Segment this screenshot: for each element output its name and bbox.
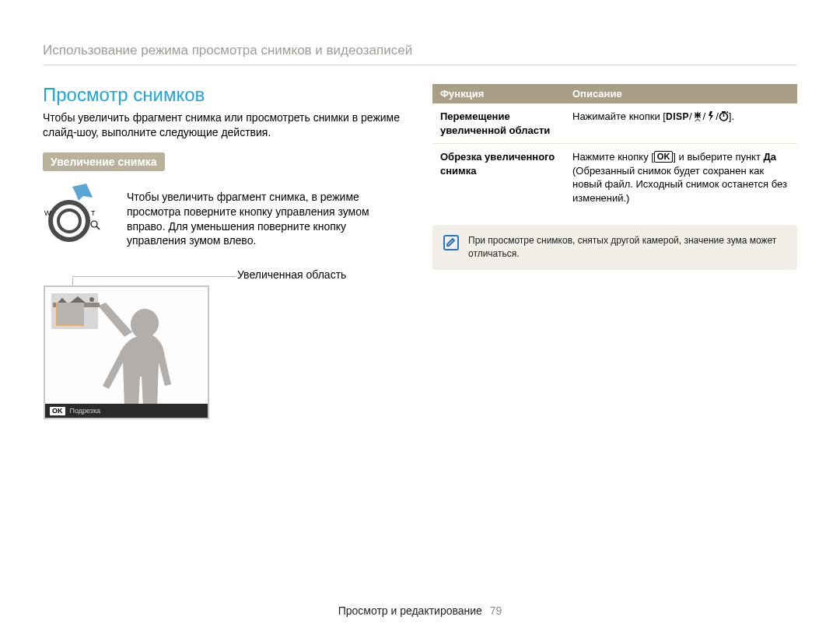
cell-desc-crop: Нажмите кнопку [OK] и выберите пункт Да …: [565, 144, 797, 212]
table-row: Перемещение увеличенной области Нажимайт…: [432, 103, 797, 144]
intro-paragraph: Чтобы увеличить фрагмент снимка или прос…: [43, 110, 408, 140]
crop-mid: ] и выберите пункт: [673, 151, 763, 163]
zoom-instruction-text: Чтобы увеличить фрагмент снимка, в режим…: [127, 184, 408, 249]
subsection-heading: Увеличение снимка: [43, 152, 165, 171]
svg-line-3: [96, 226, 100, 229]
thumbnail-highlight-rect: [56, 303, 84, 326]
breadcrumb: Использование режима просмотра снимков и…: [43, 43, 797, 65]
crop-pre: Нажмите кнопку [: [572, 151, 654, 163]
zoom-dial-icon: W T: [43, 184, 116, 243]
note-text: При просмотре снимков, снятых другой кам…: [468, 234, 788, 261]
note-callout: При просмотре снимков, снятых другой кам…: [432, 225, 797, 270]
cell-function-move: Перемещение увеличенной области: [432, 103, 565, 144]
crop-tail: (Обрезанный снимок будет сохранен как но…: [572, 165, 787, 204]
two-column-layout: Просмотр снимков Чтобы увеличить фрагмен…: [43, 84, 797, 419]
svg-point-1: [58, 210, 80, 232]
page-number: 79: [490, 604, 502, 617]
preview-image-area: OK Подрезка: [45, 287, 208, 418]
svg-rect-9: [722, 111, 726, 113]
th-function: Функция: [432, 84, 565, 103]
crop-yes-bold: Да: [764, 151, 777, 163]
pencil-check-icon: [446, 237, 456, 248]
th-description: Описание: [565, 84, 797, 103]
footer-section: Просмотр и редактирование: [338, 604, 482, 617]
left-column: Просмотр снимков Чтобы увеличить фрагмен…: [43, 84, 408, 419]
flower-macro-icon: [692, 111, 703, 121]
zoom-tele-label: T: [91, 209, 96, 217]
page-title: Просмотр снимков: [43, 84, 408, 106]
preview-label-wrap: Увеличенная область: [43, 268, 408, 284]
zoom-instruction-row: W T Чтобы увеличить фрагмент снимка, в р…: [43, 184, 408, 249]
function-table: Функция Описание Перемещение увеличенной…: [432, 84, 797, 211]
manual-page: Использование режима просмотра снимков и…: [0, 0, 840, 634]
trim-label: Подрезка: [70, 407, 101, 415]
desc-pre: Нажимайте кнопки [: [572, 110, 666, 122]
cell-function-crop: Обрезка увеличенного снимка: [432, 144, 565, 212]
desc-post: ].: [729, 110, 734, 122]
table-row: Обрезка увеличенного снимка Нажмите кноп…: [432, 144, 797, 212]
page-footer: Просмотр и редактирование 79: [0, 604, 840, 617]
preview-thumbnail-frame: [50, 292, 100, 331]
table-header-row: Функция Описание: [432, 84, 797, 103]
svg-point-5: [89, 297, 94, 302]
zoom-wide-label: W: [44, 209, 51, 217]
note-info-icon: [443, 235, 459, 250]
cell-desc-move: Нажимайте кнопки [DISP///].: [565, 103, 797, 144]
svg-line-10: [726, 112, 728, 114]
leader-line-horizontal: [72, 276, 236, 277]
self-timer-icon: [719, 111, 729, 121]
zoom-dial-svg: W T: [43, 184, 116, 243]
child-silhouette: [90, 303, 191, 408]
ok-key-icon: OK: [654, 151, 674, 163]
svg-point-2: [91, 221, 97, 227]
disp-label-icon: DISP: [666, 111, 689, 122]
flash-icon: [705, 111, 716, 121]
right-column: Функция Описание Перемещение увеличенной…: [432, 84, 797, 419]
ok-badge: OK: [50, 407, 65, 415]
camera-preview-screen: OK Подрезка: [44, 285, 209, 419]
preview-bottom-bar: OK Подрезка: [45, 404, 208, 418]
svg-point-6: [696, 114, 699, 117]
magnified-area-label: Увеличенная область: [237, 268, 408, 281]
